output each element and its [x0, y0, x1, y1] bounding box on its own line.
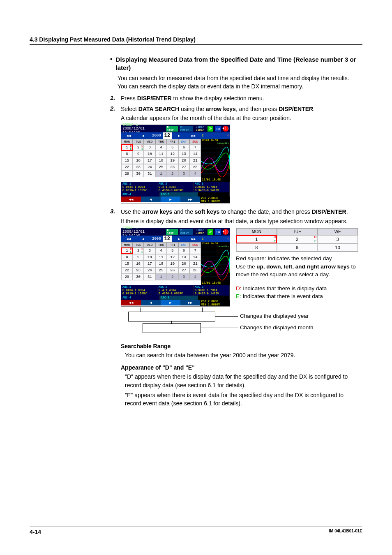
calendar-day[interactable]: 31 — [144, 274, 155, 280]
section-header: 4.3 Displaying Past Measured Data (Histo… — [30, 36, 362, 45]
calendar-day[interactable]: 23 — [133, 267, 144, 274]
calendar-day[interactable]: 15 — [121, 261, 133, 267]
calendar-day[interactable]: 6 — [178, 144, 190, 151]
softkey-2[interactable]: ◀ — [141, 197, 161, 202]
calendar-day[interactable]: 16 — [133, 261, 144, 267]
calendar-day[interactable]: 17 — [144, 261, 155, 267]
calendar-day[interactable]: 26 — [167, 164, 178, 171]
calendar-day[interactable]: 1 — [155, 274, 167, 280]
calendar-day[interactable]: 18 — [155, 261, 167, 267]
year-prev-fast[interactable]: ◀◀ — [121, 132, 136, 139]
calendar-day[interactable]: 1 — [155, 171, 167, 177]
calendar-day[interactable]: 28 — [189, 164, 201, 171]
calendar-day[interactable]: 13 — [178, 151, 190, 157]
annot-red-square: Red square: Indicates the selected day — [236, 254, 358, 263]
page-number: 4-14 — [30, 529, 41, 535]
calendar-day[interactable]: 7 — [189, 144, 201, 151]
refresh-icon: ⟳ — [208, 126, 213, 132]
year-next[interactable]: ▶ — [172, 132, 187, 139]
calendar-day[interactable]: 1DE — [121, 247, 133, 254]
softkey-3[interactable]: ▶ — [161, 300, 180, 305]
calendar-day[interactable]: 9 — [133, 254, 144, 261]
calendar-day[interactable]: 23 — [133, 164, 144, 171]
calendar-day[interactable]: 19 — [167, 261, 178, 267]
calendar-day[interactable]: 11 — [155, 151, 167, 157]
calendar-day[interactable]: 14 — [189, 151, 201, 157]
calendar-day[interactable]: 13 — [178, 254, 190, 261]
calendar-day[interactable]: 3 — [178, 274, 190, 280]
calendar-day[interactable]: 11 — [155, 254, 167, 261]
calendar-day[interactable]: 27 — [178, 164, 190, 171]
calendar-day[interactable]: 21 — [189, 157, 201, 164]
calendar-day[interactable]: 5 — [167, 144, 178, 151]
softkey-4[interactable]: ▶▶ — [180, 300, 200, 305]
year-prev[interactable]: ◀ — [136, 236, 151, 242]
calendar-day[interactable]: 24 — [144, 164, 155, 171]
calendar-day[interactable]: 26 — [167, 267, 178, 274]
page-footer: 4-14 IM 04L41B01-01E — [30, 527, 362, 535]
calendar-day[interactable]: 1DE — [121, 144, 133, 151]
softkey-1[interactable]: ◀◀ — [121, 197, 141, 202]
calendar-day[interactable]: 28 — [189, 267, 201, 274]
calendar-day[interactable]: 14 — [189, 254, 201, 261]
calendar-day[interactable]: 12 — [167, 151, 178, 157]
calendar-day[interactable]: 3 — [144, 247, 155, 254]
calendar-day[interactable]: 27 — [178, 267, 190, 274]
appearance-e-body: "E" appears when there is event data for… — [125, 391, 358, 408]
calendar-day[interactable]: 4 — [189, 274, 201, 280]
year-next-fast[interactable]: ▶▶ — [187, 132, 201, 139]
calendar-day[interactable]: 3 — [178, 171, 190, 177]
year-next[interactable]: ▶ — [172, 236, 187, 242]
calendar-day[interactable]: 2DE — [133, 144, 144, 151]
calendar-day[interactable]: 8 — [121, 151, 133, 157]
softkey-2[interactable]: ◀ — [141, 300, 161, 305]
calendar-day[interactable]: 18 — [155, 157, 167, 164]
calendar-day[interactable]: 2DE — [133, 247, 144, 254]
year-prev-fast[interactable]: ◀◀ — [121, 236, 136, 242]
calendar-day[interactable]: 10 — [144, 254, 155, 261]
calendar-day[interactable]: 30 — [133, 171, 144, 177]
appearance-de-head: Appearance of "D" and "E" — [121, 364, 358, 371]
calendar-day[interactable]: 19 — [167, 157, 178, 164]
calendar-day[interactable]: 15 — [121, 157, 133, 164]
calendar-day[interactable]: 4 — [189, 171, 201, 177]
calendar-day[interactable]: 29 — [121, 274, 133, 280]
softkey-4[interactable]: ▶▶ — [180, 197, 200, 202]
calendar-day[interactable]: 6 — [178, 247, 190, 254]
calendar-day[interactable]: 16 — [133, 157, 144, 164]
expand-icon: ↕✕ — [215, 126, 221, 132]
calendar-day[interactable]: 9 — [133, 151, 144, 157]
searchable-range-body: You can search for data between the year… — [125, 351, 358, 359]
calendar-day[interactable]: 22 — [121, 164, 133, 171]
calendar-day[interactable]: 5 — [167, 247, 178, 254]
record-icon: ●)) — [223, 126, 228, 132]
calendar-day[interactable]: 3 — [144, 144, 155, 151]
calendar-day[interactable]: 25 — [155, 164, 167, 171]
calendar-day[interactable]: 29 — [121, 171, 133, 177]
year-prev[interactable]: ◀ — [136, 132, 151, 139]
softkey-3[interactable]: ▶ — [161, 197, 180, 202]
calendar-day[interactable]: 7 — [189, 247, 201, 254]
calendar-day[interactable]: 24 — [144, 267, 155, 274]
calendar-day[interactable]: 4 — [155, 144, 167, 151]
calendar-day[interactable]: 30 — [133, 274, 144, 280]
year-next-fast[interactable]: ▶▶ — [187, 236, 201, 242]
calendar-day[interactable]: 20 — [178, 157, 190, 164]
month-label: 12 — [163, 236, 172, 242]
calendar-day[interactable]: 2 — [167, 171, 178, 177]
calendar-day[interactable]: 8 — [121, 254, 133, 261]
appearance-d-body: "D" appears when there is display data f… — [125, 372, 358, 389]
calendar-day[interactable]: 31 — [144, 171, 155, 177]
calendar-day[interactable]: 4 — [155, 247, 167, 254]
calendar-day[interactable]: 21 — [189, 261, 201, 267]
calendar-day[interactable]: 2 — [167, 274, 178, 280]
calendar-day[interactable]: 25 — [155, 267, 167, 274]
softkey-1[interactable]: ◀◀ — [121, 300, 141, 305]
calendar-day[interactable]: 12 — [167, 254, 178, 261]
calendar-day[interactable]: 20 — [178, 261, 190, 267]
calendar-day[interactable]: 17 — [144, 157, 155, 164]
calendar-day[interactable]: 10 — [144, 151, 155, 157]
calendar-day[interactable]: 22 — [121, 267, 133, 274]
refresh-icon: ⟳ — [208, 229, 213, 235]
callout-box-year — [128, 312, 215, 321]
